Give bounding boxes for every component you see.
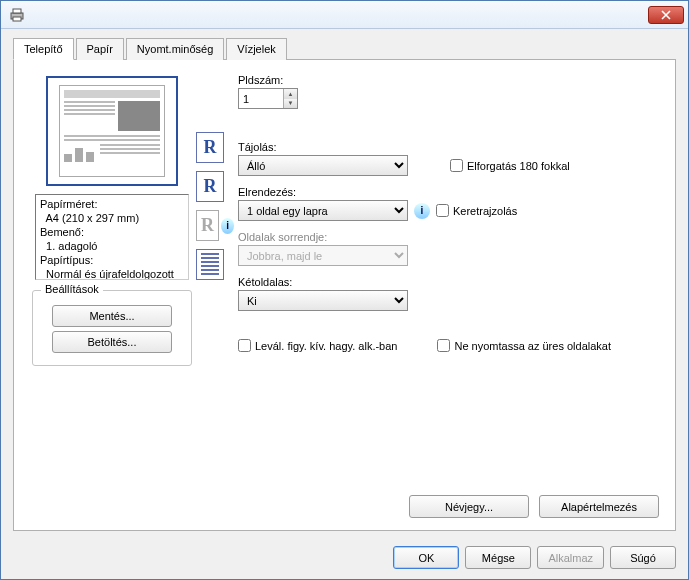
titlebar [1,1,688,29]
close-button[interactable] [648,6,684,24]
pageorder-label: Oldalak sorrendje: [238,231,661,243]
orientation-select[interactable]: Álló [238,155,408,176]
tab-watermarks[interactable]: Vízjelek [226,38,287,60]
printer-icon [9,7,25,23]
skip-warning-label: Levál. figy. kív. hagy. alk.-ban [255,340,397,352]
tab-strip: Telepítő Papír Nyomt.minőség Vízjelek [13,37,676,60]
pageorder-select: Jobbra, majd le [238,245,408,266]
tab-quality[interactable]: Nyomt.minőség [126,38,224,60]
summary-line: Papírméret: [40,197,184,211]
border-label: Keretrajzolás [453,205,517,217]
layout-label: Elrendezés: [238,186,661,198]
settings-group: Beállítások Mentés... Betöltés... [32,290,192,366]
summary-line: 1. adagoló [40,239,184,253]
duplex-icon [196,249,224,280]
tab-setup[interactable]: Telepítő [13,38,74,60]
close-icon [661,10,671,20]
summary-line: A4 (210 x 297 mm) [40,211,184,225]
settings-summary[interactable]: Papírméret: A4 (210 x 297 mm) Bemenő: 1.… [35,194,189,280]
copies-label: Pldszám: [238,74,661,86]
rotate-checkbox[interactable]: Elforgatás 180 fokkal [450,159,570,172]
spin-down[interactable]: ▼ [283,99,297,109]
skip-warning-checkbox[interactable]: Levál. figy. kív. hagy. alk.-ban [238,339,397,352]
layout-icons: R R Ri [196,72,234,366]
orientation-label: Tájolás: [238,141,661,153]
copies-input[interactable] [239,89,283,108]
copies-spinner[interactable]: ▲▼ [238,88,298,109]
defaults-button[interactable]: Alapértelmezés [539,495,659,518]
save-settings-button[interactable]: Mentés... [52,305,172,327]
cancel-button[interactable]: Mégse [465,546,531,569]
pageorder-icon: R [196,210,219,241]
apply-button: Alkalmaz [537,546,604,569]
svg-rect-2 [13,17,21,21]
print-dialog: Telepítő Papír Nyomt.minőség Vízjelek [0,0,689,580]
skip-blank-checkbox[interactable]: Ne nyomtassa az üres oldalakat [437,339,611,352]
duplex-select[interactable]: Ki [238,290,408,311]
load-settings-button[interactable]: Betöltés... [52,331,172,353]
duplex-label: Kétoldalas: [238,276,661,288]
page-preview [46,76,178,186]
summary-line: Bemenő: [40,225,184,239]
layout-icon: R [196,171,224,202]
summary-line: Papírtípus: [40,253,184,267]
info-icon[interactable]: i [414,203,430,219]
help-button[interactable]: Súgó [610,546,676,569]
skip-blank-label: Ne nyomtassa az üres oldalakat [454,340,611,352]
info-icon[interactable]: i [221,218,234,234]
layout-select[interactable]: 1 oldal egy lapra [238,200,408,221]
rotate-label: Elforgatás 180 fokkal [467,160,570,172]
group-title: Beállítások [41,283,103,295]
about-button[interactable]: Névjegy... [409,495,529,518]
svg-rect-1 [13,9,21,13]
ok-button[interactable]: OK [393,546,459,569]
summary-line: Normál és újrafeldolgozott [40,267,184,280]
border-checkbox[interactable]: Keretrajzolás [436,204,517,217]
tab-panel: Papírméret: A4 (210 x 297 mm) Bemenő: 1.… [13,60,676,531]
dialog-footer: OK Mégse Alkalmaz Súgó [393,546,676,569]
spin-up[interactable]: ▲ [283,89,297,99]
orientation-portrait-icon: R [196,132,224,163]
tab-paper[interactable]: Papír [76,38,124,60]
